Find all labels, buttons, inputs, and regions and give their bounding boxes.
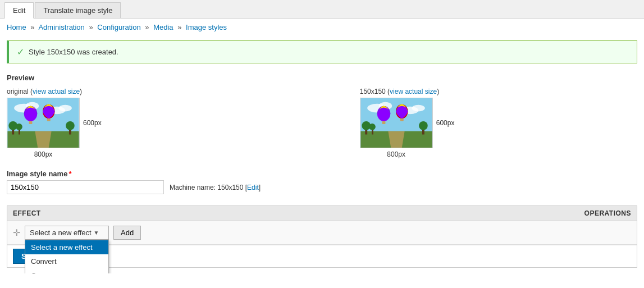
- effect-table-header: EFFECT OPERATIONS: [7, 206, 637, 221]
- preview-images: original (view actual size): [7, 88, 637, 158]
- preview-original-image: [7, 98, 80, 148]
- svg-marker-24: [388, 131, 404, 148]
- select-dropdown-label: Select a new effect: [30, 228, 92, 237]
- view-actual-size-original[interactable]: view actual size: [33, 88, 80, 95]
- machine-name-edit-link[interactable]: Edit: [247, 184, 259, 191]
- svg-point-30: [419, 121, 428, 130]
- svg-point-12: [66, 121, 75, 130]
- dropdown-menu: Select a new effect Convert Crop Desatur…: [25, 240, 109, 273]
- breadcrumb-sep-2: »: [89, 23, 93, 31]
- add-button[interactable]: Add: [113, 226, 141, 240]
- dropdown-item-select-new[interactable]: Select a new effect: [25, 240, 108, 254]
- tab-edit[interactable]: Edit: [4, 2, 34, 19]
- svg-rect-15: [29, 121, 33, 124]
- col-operations-header: OPERATIONS: [524, 206, 637, 221]
- image-style-name-input[interactable]: [7, 180, 164, 194]
- svg-point-4: [58, 105, 71, 112]
- svg-point-10: [16, 124, 22, 130]
- select-new-effect-dropdown[interactable]: Select a new effect ▼ Select a new effec…: [25, 226, 109, 240]
- effect-section: EFFECT OPERATIONS ✛ Select a new effect …: [7, 205, 637, 268]
- preview-original: original (view actual size): [7, 88, 102, 158]
- breadcrumb-administration[interactable]: Administration: [38, 23, 84, 31]
- select-new-effect-button[interactable]: Select a new effect ▼: [25, 226, 109, 240]
- svg-point-22: [412, 105, 424, 112]
- field-row: Machine name: 150x150 [Edit]: [7, 180, 637, 194]
- breadcrumb: Home » Administration » Configuration » …: [0, 19, 644, 36]
- svg-rect-34: [400, 118, 404, 121]
- success-text: Style 150x150 was created.: [29, 48, 118, 56]
- breadcrumb-home[interactable]: Home: [7, 23, 26, 31]
- breadcrumb-sep-4: »: [177, 23, 181, 31]
- preview-processed: 150x150 (view actual size): [360, 88, 455, 158]
- preview-original-label: original (view actual size): [7, 88, 82, 95]
- preview-processed-image: [360, 98, 433, 148]
- field-section: Image style name* Machine name: 150x150 …: [0, 164, 644, 200]
- check-icon: ✓: [17, 47, 24, 57]
- preview-section: Preview original (view actual size): [0, 68, 644, 164]
- breadcrumb-configuration[interactable]: Configuration: [97, 23, 140, 31]
- tabs-bar: Edit Translate image style: [0, 0, 644, 19]
- svg-point-28: [369, 124, 376, 130]
- dropdown-item-crop[interactable]: Crop: [25, 268, 108, 273]
- required-marker: *: [68, 170, 71, 178]
- breadcrumb-sep-3: »: [145, 23, 149, 31]
- svg-rect-32: [382, 121, 385, 124]
- preview-original-wrapper: 600px: [7, 98, 102, 148]
- drag-handle-icon[interactable]: ✛: [13, 227, 20, 238]
- svg-rect-17: [47, 118, 51, 121]
- breadcrumb-media[interactable]: Media: [153, 23, 173, 31]
- preview-processed-wrapper: 600px: [360, 98, 455, 148]
- view-actual-size-processed[interactable]: view actual size: [390, 88, 437, 95]
- preview-processed-height: 600px: [436, 119, 455, 127]
- success-message: ✓ Style 150x150 was created.: [7, 40, 637, 63]
- dropdown-arrow-icon: ▼: [94, 230, 99, 236]
- preview-title: Preview: [7, 74, 637, 82]
- preview-original-width: 800px: [7, 150, 80, 158]
- effect-row: ✛ Select a new effect ▼ Select a new eff…: [7, 221, 637, 245]
- preview-original-height: 600px: [83, 119, 102, 127]
- preview-processed-label: 150x150 (view actual size): [360, 88, 439, 95]
- breadcrumb-image-styles[interactable]: Image styles: [186, 23, 227, 31]
- dropdown-item-convert[interactable]: Convert: [25, 254, 108, 268]
- svg-marker-6: [35, 131, 51, 148]
- preview-processed-width: 800px: [360, 150, 433, 158]
- tab-translate[interactable]: Translate image style: [35, 2, 121, 18]
- machine-name: Machine name: 150x150 [Edit]: [170, 184, 261, 191]
- image-style-name-label: Image style name*: [7, 170, 637, 178]
- breadcrumb-sep-1: »: [30, 23, 34, 31]
- col-effect-header: EFFECT: [7, 206, 524, 221]
